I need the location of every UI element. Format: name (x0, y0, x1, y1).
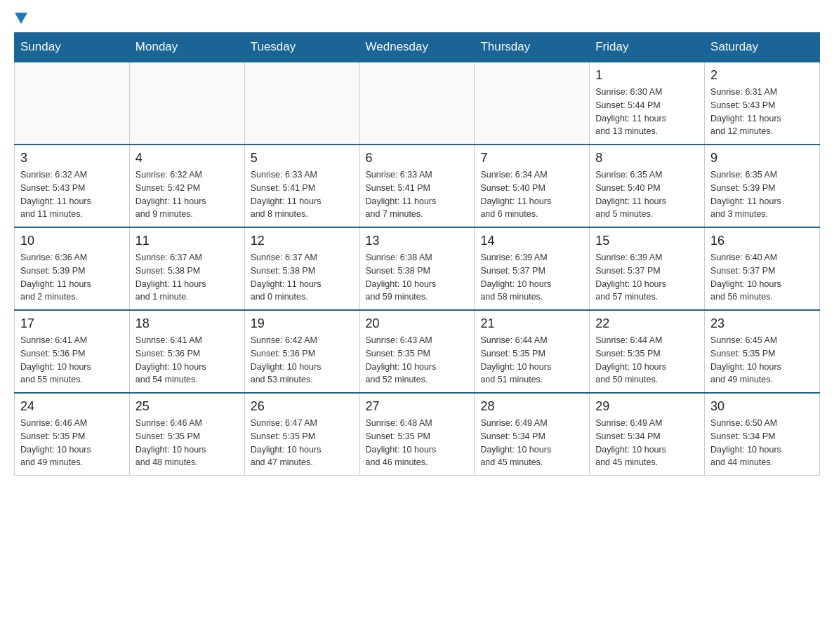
day-info: Sunrise: 6:42 AM Sunset: 5:36 PM Dayligh… (251, 334, 354, 387)
day-number: 28 (480, 399, 583, 414)
day-info: Sunrise: 6:45 AM Sunset: 5:35 PM Dayligh… (710, 334, 814, 387)
day-info: Sunrise: 6:46 AM Sunset: 5:35 PM Dayligh… (20, 417, 124, 469)
calendar-cell: 20Sunrise: 6:43 AM Sunset: 5:35 PM Dayli… (359, 310, 475, 393)
day-number: 21 (480, 316, 583, 331)
day-number: 26 (251, 399, 354, 414)
calendar-cell: 5Sunrise: 6:33 AM Sunset: 5:41 PM Daylig… (244, 145, 359, 227)
day-number: 14 (480, 234, 583, 248)
day-number: 1 (595, 68, 699, 83)
day-info: Sunrise: 6:31 AM Sunset: 5:43 PM Dayligh… (710, 86, 814, 138)
calendar-cell: 12Sunrise: 6:37 AM Sunset: 5:38 PM Dayli… (244, 227, 359, 310)
logo-triangle-icon (15, 13, 27, 24)
calendar-cell: 29Sunrise: 6:49 AM Sunset: 5:34 PM Dayli… (590, 393, 705, 476)
day-number: 2 (710, 68, 814, 83)
day-info: Sunrise: 6:49 AM Sunset: 5:34 PM Dayligh… (595, 417, 699, 469)
logo (14, 14, 27, 25)
calendar-cell: 17Sunrise: 6:41 AM Sunset: 5:36 PM Dayli… (15, 310, 130, 393)
day-number: 20 (366, 316, 469, 331)
day-number: 10 (20, 234, 124, 248)
calendar-cell (475, 62, 590, 145)
day-info: Sunrise: 6:49 AM Sunset: 5:34 PM Dayligh… (480, 417, 583, 469)
calendar-cell: 23Sunrise: 6:45 AM Sunset: 5:35 PM Dayli… (705, 310, 820, 393)
day-number: 13 (366, 234, 469, 248)
calendar-table: SundayMondayTuesdayWednesdayThursdayFrid… (14, 32, 820, 476)
day-number: 12 (251, 234, 354, 248)
day-info: Sunrise: 6:46 AM Sunset: 5:35 PM Dayligh… (135, 417, 239, 469)
calendar-cell: 27Sunrise: 6:48 AM Sunset: 5:35 PM Dayli… (359, 393, 475, 476)
calendar-cell: 13Sunrise: 6:38 AM Sunset: 5:38 PM Dayli… (359, 227, 475, 310)
calendar-week-5: 24Sunrise: 6:46 AM Sunset: 5:35 PM Dayli… (15, 393, 820, 476)
day-number: 7 (480, 151, 583, 166)
day-number: 17 (20, 316, 124, 331)
day-info: Sunrise: 6:32 AM Sunset: 5:42 PM Dayligh… (135, 168, 239, 221)
day-info: Sunrise: 6:30 AM Sunset: 5:44 PM Dayligh… (595, 86, 699, 138)
day-number: 22 (595, 316, 699, 331)
day-info: Sunrise: 6:44 AM Sunset: 5:35 PM Dayligh… (595, 334, 699, 387)
day-number: 16 (710, 234, 814, 248)
day-info: Sunrise: 6:40 AM Sunset: 5:37 PM Dayligh… (710, 251, 814, 304)
day-info: Sunrise: 6:39 AM Sunset: 5:37 PM Dayligh… (480, 251, 583, 304)
day-info: Sunrise: 6:43 AM Sunset: 5:35 PM Dayligh… (366, 334, 469, 387)
calendar-cell (244, 62, 359, 145)
calendar-header-friday: Friday (590, 33, 705, 62)
calendar-header-tuesday: Tuesday (244, 33, 359, 62)
calendar-cell: 30Sunrise: 6:50 AM Sunset: 5:34 PM Dayli… (705, 393, 820, 476)
day-number: 25 (135, 399, 239, 414)
day-number: 23 (710, 316, 814, 331)
calendar-cell: 2Sunrise: 6:31 AM Sunset: 5:43 PM Daylig… (705, 62, 820, 145)
day-info: Sunrise: 6:38 AM Sunset: 5:38 PM Dayligh… (366, 251, 469, 304)
calendar-header-thursday: Thursday (475, 33, 590, 62)
day-info: Sunrise: 6:47 AM Sunset: 5:35 PM Dayligh… (251, 417, 354, 469)
day-number: 9 (710, 151, 814, 166)
calendar-cell: 11Sunrise: 6:37 AM Sunset: 5:38 PM Dayli… (129, 227, 244, 310)
day-number: 27 (366, 399, 469, 414)
calendar-week-2: 3Sunrise: 6:32 AM Sunset: 5:43 PM Daylig… (15, 145, 820, 227)
day-number: 6 (366, 151, 469, 166)
day-number: 15 (595, 234, 699, 248)
calendar-week-4: 17Sunrise: 6:41 AM Sunset: 5:36 PM Dayli… (15, 310, 820, 393)
calendar-cell (129, 62, 244, 145)
calendar-cell: 6Sunrise: 6:33 AM Sunset: 5:41 PM Daylig… (359, 145, 475, 227)
calendar-cell: 10Sunrise: 6:36 AM Sunset: 5:39 PM Dayli… (15, 227, 130, 310)
calendar-cell: 14Sunrise: 6:39 AM Sunset: 5:37 PM Dayli… (475, 227, 590, 310)
day-info: Sunrise: 6:41 AM Sunset: 5:36 PM Dayligh… (135, 334, 239, 387)
calendar-cell (15, 62, 130, 145)
day-info: Sunrise: 6:48 AM Sunset: 5:35 PM Dayligh… (366, 417, 469, 469)
calendar-cell: 24Sunrise: 6:46 AM Sunset: 5:35 PM Dayli… (15, 393, 130, 476)
day-number: 4 (135, 151, 239, 166)
calendar-cell: 1Sunrise: 6:30 AM Sunset: 5:44 PM Daylig… (590, 62, 705, 145)
day-number: 29 (595, 399, 699, 414)
day-number: 11 (135, 234, 239, 248)
calendar-cell: 7Sunrise: 6:34 AM Sunset: 5:40 PM Daylig… (475, 145, 590, 227)
day-info: Sunrise: 6:39 AM Sunset: 5:37 PM Dayligh… (595, 251, 699, 304)
calendar-cell: 21Sunrise: 6:44 AM Sunset: 5:35 PM Dayli… (475, 310, 590, 393)
calendar-header-saturday: Saturday (705, 33, 820, 62)
day-number: 18 (135, 316, 239, 331)
calendar-cell: 3Sunrise: 6:32 AM Sunset: 5:43 PM Daylig… (15, 145, 130, 227)
calendar-header-wednesday: Wednesday (359, 33, 475, 62)
day-info: Sunrise: 6:34 AM Sunset: 5:40 PM Dayligh… (480, 168, 583, 221)
day-info: Sunrise: 6:36 AM Sunset: 5:39 PM Dayligh… (20, 251, 124, 304)
calendar-cell: 8Sunrise: 6:35 AM Sunset: 5:40 PM Daylig… (590, 145, 705, 227)
day-info: Sunrise: 6:33 AM Sunset: 5:41 PM Dayligh… (251, 168, 354, 221)
calendar-cell: 22Sunrise: 6:44 AM Sunset: 5:35 PM Dayli… (590, 310, 705, 393)
calendar-cell: 26Sunrise: 6:47 AM Sunset: 5:35 PM Dayli… (244, 393, 359, 476)
calendar-cell: 28Sunrise: 6:49 AM Sunset: 5:34 PM Dayli… (475, 393, 590, 476)
calendar-header-sunday: Sunday (15, 33, 130, 62)
day-info: Sunrise: 6:41 AM Sunset: 5:36 PM Dayligh… (20, 334, 124, 387)
calendar-cell (359, 62, 475, 145)
day-info: Sunrise: 6:32 AM Sunset: 5:43 PM Dayligh… (20, 168, 124, 221)
calendar-cell: 15Sunrise: 6:39 AM Sunset: 5:37 PM Dayli… (590, 227, 705, 310)
day-info: Sunrise: 6:35 AM Sunset: 5:40 PM Dayligh… (595, 168, 699, 221)
calendar-cell: 18Sunrise: 6:41 AM Sunset: 5:36 PM Dayli… (129, 310, 244, 393)
day-number: 19 (251, 316, 354, 331)
day-info: Sunrise: 6:44 AM Sunset: 5:35 PM Dayligh… (480, 334, 583, 387)
calendar-cell: 9Sunrise: 6:35 AM Sunset: 5:39 PM Daylig… (705, 145, 820, 227)
day-number: 30 (710, 399, 814, 414)
calendar-cell: 4Sunrise: 6:32 AM Sunset: 5:42 PM Daylig… (129, 145, 244, 227)
calendar-cell: 19Sunrise: 6:42 AM Sunset: 5:36 PM Dayli… (244, 310, 359, 393)
day-info: Sunrise: 6:37 AM Sunset: 5:38 PM Dayligh… (251, 251, 354, 304)
calendar-cell: 16Sunrise: 6:40 AM Sunset: 5:37 PM Dayli… (705, 227, 820, 310)
day-number: 8 (595, 151, 699, 166)
calendar-week-3: 10Sunrise: 6:36 AM Sunset: 5:39 PM Dayli… (15, 227, 820, 310)
